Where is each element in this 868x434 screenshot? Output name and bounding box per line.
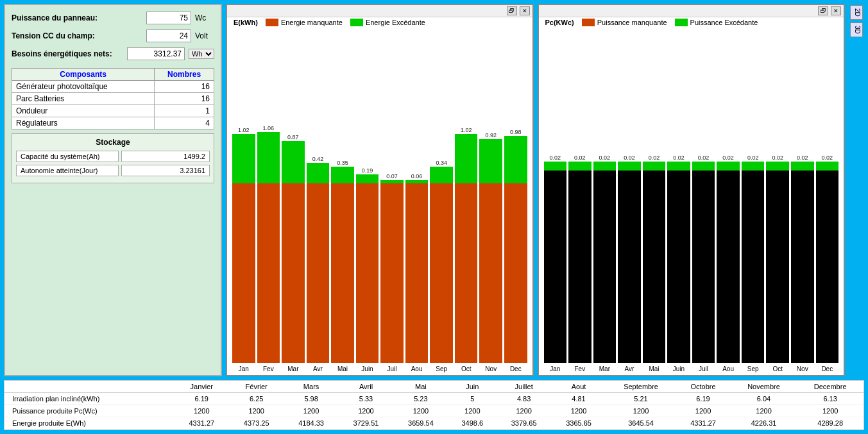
x-label: Dec: [504, 365, 527, 372]
component-name: Générateur photovoltaïque: [12, 81, 155, 93]
bar-col: 0.02: [618, 154, 641, 363]
tension-input[interactable]: [146, 29, 191, 42]
bar-green-value: 0.98: [510, 129, 522, 135]
bar-green: [544, 162, 567, 171]
row-value: 3379.65: [497, 417, 551, 430]
row-value: 1200: [497, 405, 551, 417]
bar-green-value: 0.06: [411, 173, 423, 179]
x-label: Nov: [479, 365, 502, 372]
tension-row: Tension CC du champ: Volt: [12, 29, 214, 42]
components-table: Composants Nombres Générateur photovolta…: [12, 68, 214, 129]
stockage-title: Stockage: [16, 138, 210, 147]
bar-green: [504, 136, 527, 183]
bar-orange: [232, 183, 255, 363]
power-chart-window: 🗗 ✕ Pc(KWc) Puissance manquante Puissanc…: [538, 4, 846, 376]
bar-orange: [405, 183, 429, 363]
bar-green-value: 1.06: [263, 125, 275, 131]
autonomie-label: Autonomie atteinte(Jour): [16, 165, 119, 176]
table-header-cell: Mars: [284, 381, 338, 393]
tension-unit: Volt: [195, 31, 214, 40]
component-name: Parc Batteries: [12, 93, 155, 105]
row-value: 1200: [606, 405, 676, 417]
chart1-bars-area: 1.021.060.870.420.350.190.070.060.341.02…: [227, 28, 532, 375]
table-header-cell: [4, 381, 174, 393]
bar-col: 0.02: [544, 154, 567, 363]
row-value: 1200: [393, 405, 448, 417]
chart2-bars: 0.020.020.020.020.020.020.020.020.020.02…: [544, 28, 839, 363]
table-row: Irradiation plan incliné(kWh)6.196.255.9…: [4, 393, 864, 405]
bar-col: 0.02: [568, 154, 591, 363]
bar-col: 1.02: [232, 127, 255, 363]
x-label: Mar: [282, 365, 305, 372]
legend-green-label: Energie Excédante: [366, 19, 425, 26]
bar-col: 0.02: [643, 154, 666, 363]
chart2-close-btn[interactable]: ✕: [831, 6, 841, 15]
data-table: JanvierFévrierMarsAvrilMaiJuinJuilletAou…: [4, 381, 864, 430]
bar-green: [593, 162, 617, 171]
chart1-titlebar: 🗗 ✕: [227, 5, 532, 17]
row-value: 1200: [229, 405, 284, 417]
besoins-input[interactable]: [127, 47, 185, 60]
table-header-cell: Septembre: [606, 381, 676, 393]
bar-col: 0.02: [791, 154, 814, 363]
table-header-cell: Janvier: [174, 381, 229, 393]
chart1-min-btn[interactable]: 🗗: [507, 6, 517, 15]
bar-orange: [331, 183, 354, 363]
puissance-row: Puissance du panneau: Wc: [12, 12, 214, 24]
component-value: 16: [155, 81, 214, 93]
bar-black: [568, 171, 591, 363]
bar-orange: [380, 183, 404, 363]
bar-col: 0.02: [692, 154, 715, 363]
bar-green: [479, 139, 502, 183]
bar-black: [742, 171, 765, 363]
bar-col: 0.02: [766, 154, 789, 363]
bar-green: [282, 141, 305, 183]
row-value: 3659.54: [393, 417, 448, 430]
table-header-cell: Mai: [393, 381, 448, 393]
chart2-min-btn[interactable]: 🗗: [818, 6, 828, 15]
besoins-unit-select[interactable]: Wh kWh: [189, 49, 214, 59]
row-value: 1200: [551, 405, 606, 417]
row-label: Puissance produite Pc(Wc): [4, 405, 174, 417]
puissance-input[interactable]: [146, 12, 191, 24]
row-value: 4289.28: [797, 417, 864, 430]
row-value: 3645.54: [606, 417, 676, 430]
chart1-close-btn[interactable]: ✕: [520, 6, 530, 15]
chart2-bars-area: 0.020.020.020.020.020.020.020.020.020.02…: [539, 28, 844, 375]
bar-green: [667, 162, 690, 171]
row-value: 1200: [797, 405, 864, 417]
chart1-bars: 1.021.060.870.420.350.190.070.060.341.02…: [232, 28, 527, 363]
table-row: Energie produite E(Wh)4331.274373.254184…: [4, 417, 864, 430]
x-label: Juil: [692, 365, 715, 372]
3d-button[interactable]: 3D: [850, 22, 863, 37]
bar-col: 0.02: [667, 154, 690, 363]
row-value: 1200: [731, 405, 797, 417]
bar-green-value: 0.02: [698, 154, 710, 161]
chart2-legend: Pc(KWc) Puissance manquante Puissance Ex…: [539, 17, 844, 28]
row-value: 4184.33: [284, 417, 338, 430]
component-value: 1: [155, 105, 214, 117]
bar-green-value: 0.07: [386, 173, 398, 179]
bar-col: 0.98: [504, 129, 527, 363]
table-header-cell: Decembre: [797, 381, 864, 393]
component-row: Onduleur1: [12, 105, 214, 117]
x-label: Aou: [717, 365, 740, 372]
bar-green: [717, 162, 740, 171]
x-label: Dec: [816, 365, 839, 372]
chart2-xaxis: JanFevMarAvrMaiJuinJuilAouSepOctNovDec: [544, 363, 839, 375]
puissance-unit: Wc: [195, 13, 214, 22]
bar-col: 0.02: [717, 154, 740, 363]
bar-green-value: 0.02: [550, 154, 561, 161]
table-header-cell: Juillet: [497, 381, 551, 393]
legend-green-item: Energie Excédante: [350, 19, 425, 26]
2d-button[interactable]: 2D: [850, 5, 863, 20]
bar-col: 0.92: [479, 132, 502, 363]
bar-green: [791, 162, 814, 171]
legend-green-color: [350, 19, 363, 26]
bar-green-value: 0.02: [649, 154, 660, 161]
row-value: 4.81: [551, 393, 606, 405]
row-value: 1200: [174, 405, 229, 417]
component-row: Parc Batteries16: [12, 93, 214, 105]
bar-orange: [430, 183, 453, 363]
row-value: 4331.27: [174, 417, 229, 430]
